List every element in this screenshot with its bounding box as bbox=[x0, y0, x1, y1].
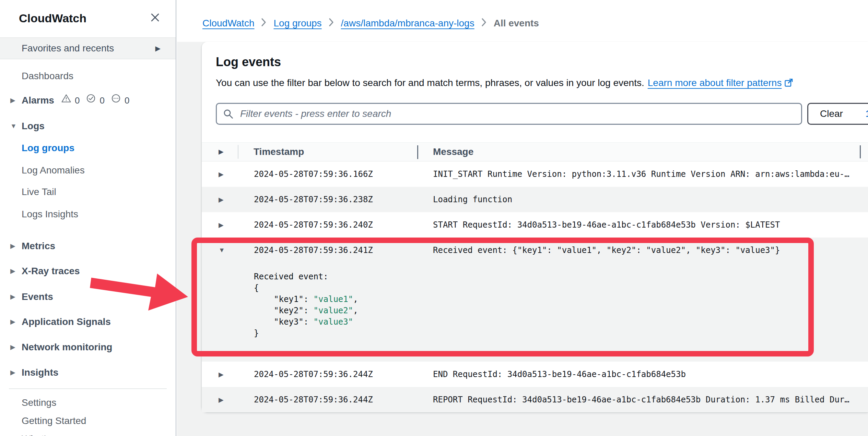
breadcrumb-separator-icon bbox=[329, 18, 334, 29]
table-row[interactable]: ▶ 2024-05-28T07:59:36.244Z REPORT Reques… bbox=[202, 387, 868, 412]
main-content: CloudWatch Log groups /aws/lambda/mbranc… bbox=[177, 0, 868, 436]
filter-row: Clear 1 bbox=[216, 103, 868, 125]
sidebar-item-log-anomalies[interactable]: Log Anomalies bbox=[0, 162, 176, 178]
expanded-event-json: Received event: { "key1": "value1", "key… bbox=[202, 263, 868, 339]
alarm-counts: 0 0 0 bbox=[61, 93, 132, 108]
favorites-label: Favorites and recents bbox=[22, 43, 114, 54]
sidebar-item-xray-traces[interactable]: ▶ X-Ray traces bbox=[0, 263, 176, 279]
sidebar-item-dashboards[interactable]: Dashboards bbox=[0, 68, 176, 84]
expand-caret-icon[interactable]: ▶ bbox=[202, 196, 254, 204]
column-resize-handle[interactable] bbox=[860, 145, 861, 158]
search-icon bbox=[223, 109, 233, 120]
column-divider bbox=[238, 145, 238, 159]
sidebar-item-settings[interactable]: Settings bbox=[0, 395, 176, 411]
table-row[interactable]: ▶ 2024-05-28T07:59:36.238Z Loading funct… bbox=[202, 187, 868, 212]
collapse-caret-icon[interactable]: ▼ bbox=[202, 246, 254, 254]
sidebar-item-events[interactable]: ▶ Events bbox=[0, 289, 176, 305]
log-rows: ▶ 2024-05-28T07:59:36.166Z INIT_START Ru… bbox=[202, 161, 868, 412]
caret-right-icon[interactable]: ▶ bbox=[219, 143, 224, 161]
external-link-icon bbox=[784, 78, 793, 87]
breadcrumb-separator-icon bbox=[481, 18, 487, 29]
check-circle-icon bbox=[86, 93, 96, 108]
app-title: CloudWatch bbox=[19, 12, 86, 25]
caret-down-icon[interactable]: ▼ bbox=[10, 118, 17, 134]
filter-description: You can use the filter bar below to sear… bbox=[216, 77, 793, 88]
breadcrumb: CloudWatch Log groups /aws/lambda/mbranc… bbox=[202, 17, 539, 29]
table-row[interactable]: ▶ 2024-05-28T07:59:36.240Z START Request… bbox=[202, 212, 868, 238]
ellipsis-circle-icon bbox=[111, 93, 121, 108]
sidebar-header: CloudWatch bbox=[0, 0, 176, 36]
log-events-card: Log events You can use the filter bar be… bbox=[202, 42, 868, 412]
caret-right-icon[interactable]: ▶ bbox=[10, 365, 15, 380]
table-row[interactable]: ▶ 2024-05-28T07:59:36.166Z INIT_START Ru… bbox=[202, 161, 868, 187]
caret-right-icon[interactable]: ▶ bbox=[10, 238, 15, 254]
sidebar-item-application-signals[interactable]: ▶ Application Signals bbox=[0, 314, 176, 330]
expand-caret-icon[interactable]: ▶ bbox=[202, 396, 254, 404]
warning-triangle-icon bbox=[61, 93, 71, 108]
json-pair: "key2": "value2", bbox=[254, 305, 868, 316]
expand-caret-icon[interactable]: ▶ bbox=[202, 371, 254, 378]
sidebar-item-whats-new[interactable]: What's new bbox=[0, 431, 176, 436]
expand-caret-icon[interactable]: ▶ bbox=[202, 170, 254, 178]
sidebar-item-insights[interactable]: ▶ Insights bbox=[0, 365, 176, 380]
sidebar-item-metrics[interactable]: ▶ Metrics bbox=[0, 238, 176, 254]
filter-events-input[interactable] bbox=[216, 103, 802, 125]
sidebar-item-log-groups[interactable]: Log groups bbox=[0, 140, 176, 156]
breadcrumb-all-events: All events bbox=[494, 18, 539, 29]
caret-right-icon[interactable]: ▶ bbox=[10, 289, 15, 305]
breadcrumb-log-groups[interactable]: Log groups bbox=[273, 18, 321, 29]
table-row-expanded[interactable]: ▼ 2024-05-28T07:59:36.241Z Received even… bbox=[202, 238, 868, 362]
caret-right-icon[interactable]: ▶ bbox=[10, 263, 15, 279]
clear-button[interactable]: Clear bbox=[820, 108, 843, 119]
page-title: Log events bbox=[216, 55, 281, 69]
filter-box bbox=[216, 103, 802, 125]
sidebar-item-logs-insights[interactable]: Logs Insights bbox=[0, 206, 176, 222]
column-header-message[interactable]: Message bbox=[433, 143, 473, 161]
caret-right-icon[interactable]: ▶ bbox=[10, 93, 15, 108]
learn-more-link[interactable]: Learn more about filter patterns bbox=[648, 77, 794, 88]
table-row[interactable]: ▶ 2024-05-28T07:59:36.244Z END RequestId… bbox=[202, 362, 868, 387]
sidebar: CloudWatch Favorites and recents ▶ Dashb… bbox=[0, 0, 176, 436]
breadcrumb-separator-icon bbox=[261, 18, 267, 29]
close-icon[interactable] bbox=[150, 12, 161, 24]
json-pair: "key3": "value3" bbox=[254, 316, 868, 328]
table-header: ▶ Timestamp Message bbox=[202, 142, 868, 161]
sidebar-item-favorites[interactable]: Favorites and recents ▶ bbox=[0, 37, 176, 59]
column-header-timestamp[interactable]: Timestamp bbox=[254, 143, 304, 161]
expand-caret-icon[interactable]: ▶ bbox=[202, 221, 254, 229]
sidebar-item-alarms[interactable]: ▶ Alarms 0 0 0 bbox=[0, 93, 176, 108]
sidebar-divider bbox=[9, 388, 167, 389]
sidebar-item-network-monitoring[interactable]: ▶ Network monitoring bbox=[0, 339, 176, 355]
chevron-right-icon: ▶ bbox=[155, 44, 161, 52]
breadcrumb-cloudwatch[interactable]: CloudWatch bbox=[202, 18, 254, 29]
sidebar-item-logs[interactable]: ▼ Logs bbox=[0, 118, 176, 134]
breadcrumb-log-group-name[interactable]: /aws/lambda/mbranca-any-logs bbox=[341, 18, 474, 29]
caret-right-icon[interactable]: ▶ bbox=[10, 339, 15, 355]
column-resize-handle[interactable] bbox=[417, 145, 418, 159]
sidebar-item-live-tail[interactable]: Live Tail bbox=[0, 184, 176, 200]
time-range-button[interactable]: 1 bbox=[866, 108, 868, 119]
caret-right-icon[interactable]: ▶ bbox=[10, 314, 15, 330]
sidebar-item-getting-started[interactable]: Getting Started bbox=[0, 413, 176, 429]
filter-actions: Clear 1 bbox=[807, 103, 868, 125]
json-pair: "key1": "value1", bbox=[254, 294, 868, 305]
